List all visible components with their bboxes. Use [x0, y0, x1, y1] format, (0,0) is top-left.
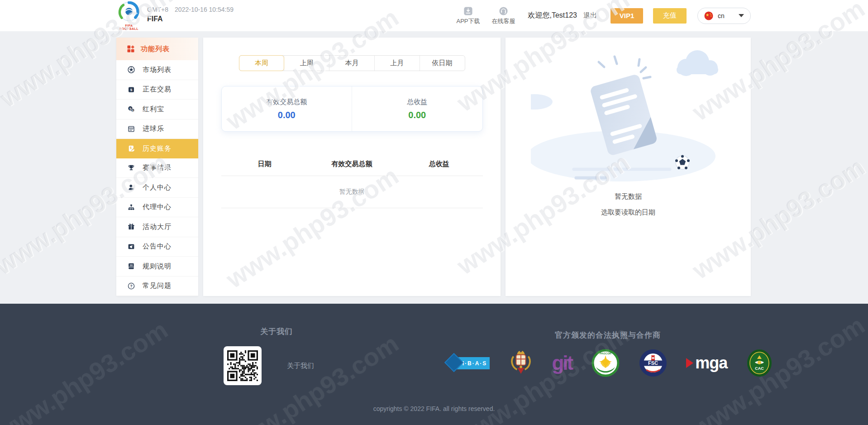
language-value: cn	[718, 12, 734, 19]
sidebar-item-agency-center[interactable]: 代理中心	[116, 198, 198, 218]
about-us-title: 关于我们	[260, 326, 293, 337]
detail-empty-text: 暂无数据	[506, 192, 751, 201]
tab-this-week[interactable]: 本周	[239, 55, 285, 71]
announcement-icon	[127, 243, 135, 251]
sidebar-item-label: 赛事结果	[143, 163, 172, 172]
table-empty-state: 暂无数据	[221, 176, 483, 208]
question-circle-icon: ?	[127, 282, 135, 290]
sidebar-item-faq[interactable]: ? 常见问题	[116, 277, 198, 296]
pagcor-logo-text: PAGCOR	[600, 352, 612, 355]
pagcor-icon: PAGCOR	[591, 349, 620, 377]
logout-button[interactable]: 退出	[583, 11, 597, 20]
site-name: FIFA	[147, 15, 234, 23]
tab-this-month[interactable]: 本月	[329, 56, 374, 71]
column-date: 日期	[221, 160, 309, 168]
function-grid-icon	[126, 44, 135, 53]
royal-crest-icon	[509, 349, 533, 377]
fsc-icon: FSC	[639, 349, 667, 377]
cac-logo[interactable]: CAC	[747, 349, 772, 377]
sidebar-item-announcement-center[interactable]: 公告中心	[116, 237, 198, 257]
sidebar-item-trading[interactable]: $ 正在交易	[116, 80, 198, 100]
mga-arrow-icon	[686, 358, 693, 368]
pagcor-logo[interactable]: PAGCOR	[591, 349, 620, 377]
qr-code	[227, 350, 258, 381]
sidebar-item-rules[interactable]: 规则说明	[116, 257, 198, 277]
fsc-logo[interactable]: FSC	[639, 349, 667, 377]
trophy-icon	[127, 164, 135, 172]
sidebar-item-activity-hall[interactable]: 活动大厅	[116, 217, 198, 237]
detail-panel: 暂无数据 选取要读取的日期	[506, 38, 751, 296]
mga-logo-text: mga	[695, 355, 727, 371]
report-table: 日期 有效交易总额 总收益 暂无数据	[221, 160, 483, 208]
license-title: 官方颁发的合法执照与合作商	[555, 330, 661, 340]
welcome-text: 欢迎您,Test123	[528, 11, 577, 20]
tab-last-week[interactable]: 上周	[284, 56, 329, 71]
about-us-link[interactable]: 关于我们	[287, 362, 314, 370]
sidebar-item-label: 个人中心	[143, 183, 172, 192]
sidebar-item-label: 正在交易	[143, 85, 172, 94]
cac-logo-text: CAC	[755, 366, 764, 371]
sidebar-item-goal-fun[interactable]: 进球乐	[116, 119, 198, 139]
detail-hint-text: 选取要读取的日期	[506, 208, 751, 217]
git-logo[interactable]: git	[552, 353, 572, 373]
org-tree-icon	[127, 203, 135, 211]
sidebar-item-label: 进球乐	[143, 124, 164, 133]
download-icon	[463, 6, 473, 16]
sidebar-item-match-results[interactable]: 赛事结果	[116, 158, 198, 178]
fsc-logo-text: FSC	[648, 360, 658, 366]
online-service-button[interactable]: 在线客服	[492, 6, 515, 25]
timezone-label: GMT+8	[147, 6, 168, 13]
ibas-logo[interactable]: I·B·A·S	[446, 353, 490, 372]
sidebar-item-label: 活动大厅	[143, 223, 172, 231]
empty-state-illustration	[531, 39, 725, 189]
brand: FIFA FOOTBALL GMT+8 2022-10-16 10:54:59 …	[116, 1, 234, 30]
mga-logo[interactable]: mga	[686, 355, 727, 371]
sidebar-item-label: 红利宝	[143, 105, 164, 114]
summary-profit: 总收益 0.00	[352, 86, 482, 131]
sidebar: 功能列表 市场列表 $ 正在交易 $	[116, 38, 198, 296]
royal-crest-logo[interactable]	[509, 349, 533, 377]
vip-badge-button[interactable]: VIP1	[610, 8, 643, 24]
football-icon	[127, 66, 135, 74]
page: FIFA FOOTBALL GMT+8 2022-10-16 10:54:59 …	[0, 0, 868, 425]
license-logos: I·B·A·S git	[446, 347, 772, 379]
copyright-text: copyrights © 2022 FIFA. all rights reser…	[0, 405, 868, 412]
sidebar-item-history[interactable]: $ 历史账务	[116, 139, 198, 158]
brand-meta: GMT+8 2022-10-16 10:54:59 FIFA	[147, 1, 234, 23]
svg-text:$: $	[130, 146, 132, 150]
datetime: GMT+8 2022-10-16 10:54:59	[147, 6, 234, 13]
football-logo-icon	[117, 1, 141, 23]
brand-name: FIFA FOOTBALL	[116, 24, 142, 30]
sidebar-title: 功能列表	[141, 45, 170, 53]
chevron-down-icon	[739, 14, 744, 17]
headset-icon	[498, 6, 509, 16]
sidebar-header: 功能列表	[116, 38, 198, 60]
column-valid-total: 有效交易总额	[308, 160, 396, 168]
top-bar-right: APP下载 在线客服 欢迎您,Test123 退出 VIP1 充值	[445, 6, 751, 25]
sidebar-item-bonus[interactable]: $ $ 红利宝	[116, 100, 198, 119]
rulebook-icon	[127, 262, 135, 270]
tab-last-month[interactable]: 上月	[374, 56, 420, 71]
sidebar-item-personal-center[interactable]: 个人中心	[116, 178, 198, 198]
welcome-area: 欢迎您,Test123 退出	[528, 11, 597, 20]
top-bar: FIFA FOOTBALL GMT+8 2022-10-16 10:54:59 …	[0, 0, 868, 31]
app-download-label: APP下载	[457, 17, 480, 25]
language-selector[interactable]: cn	[697, 8, 751, 24]
app-download-button[interactable]: APP下载	[457, 6, 480, 25]
sidebar-item-market-list[interactable]: 市场列表	[116, 60, 198, 80]
china-flag-icon	[704, 11, 713, 20]
user-icon	[127, 183, 135, 191]
main-panel: 本周 上周 本月 上月 依日期 有效交易总额 0.00 总收益 0.00 日期	[203, 38, 501, 296]
git-logo-text: git	[552, 353, 572, 373]
cac-icon: CAC	[747, 349, 772, 377]
recharge-button[interactable]: 充值	[653, 8, 687, 24]
qr-card	[224, 346, 262, 385]
sidebar-item-label: 历史账务	[143, 144, 172, 153]
tab-by-date[interactable]: 依日期	[420, 56, 465, 71]
sidebar-item-label: 公告中心	[143, 242, 172, 251]
coins-icon: $ $	[127, 105, 135, 113]
brand-logo: FIFA FOOTBALL	[116, 1, 142, 30]
content-area: 功能列表 市场列表 $ 正在交易 $	[116, 38, 751, 296]
valid-total-value: 0.00	[278, 110, 296, 120]
column-profit: 总收益	[396, 160, 483, 168]
